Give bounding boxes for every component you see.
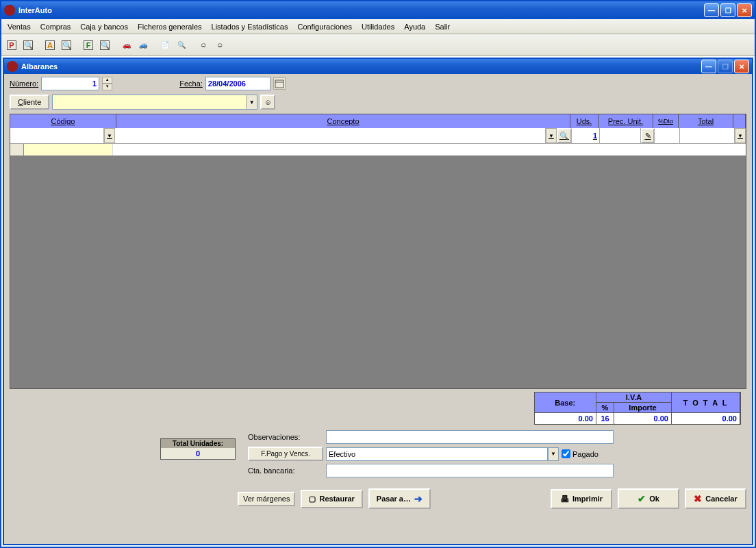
header-punit[interactable]: Prec. Unit. (598, 114, 653, 128)
tool-a-search-icon[interactable]: 🔍 (59, 38, 74, 53)
cross-icon: ✖ (694, 493, 702, 504)
tool-car-icon[interactable]: 🚗 (119, 38, 134, 53)
tool-car2-icon[interactable]: 🚙 (136, 38, 151, 53)
concepto-lookup-button[interactable]: 🔍 (557, 128, 572, 143)
pagado-checkbox[interactable] (562, 449, 570, 458)
input-total[interactable] (680, 128, 734, 143)
totals-base-label: Base: (535, 393, 596, 413)
input-punit[interactable] (600, 128, 640, 143)
fecha-input[interactable] (205, 77, 270, 90)
fecha-label: Fecha: (179, 79, 203, 88)
concepto-dropdown-icon[interactable]: ▼ (546, 128, 557, 143)
cta-input[interactable] (326, 464, 614, 477)
cell-codigo[interactable] (24, 144, 113, 155)
tool-p-icon[interactable]: P (4, 38, 19, 53)
numero-input[interactable] (41, 77, 99, 90)
header-total[interactable]: Total (679, 114, 733, 128)
pagado-label: Pagado (572, 450, 598, 458)
cliente-row: Cliente ▼ ☺ (4, 93, 752, 114)
tool-doc-search-icon[interactable]: 🔍 (174, 38, 189, 53)
input-codigo[interactable] (10, 128, 103, 143)
pasar-button[interactable]: Pasar a… ➔ (368, 488, 431, 509)
total-units-label: Total Unidades: (161, 439, 235, 448)
menu-compras[interactable]: Compras (36, 21, 76, 33)
header-concepto[interactable]: Concepto (116, 114, 570, 128)
codigo-dropdown-icon[interactable]: ▼ (104, 128, 115, 143)
grid-input-row: ▼ ▼ 🔍 ✎ ▼ (10, 128, 746, 143)
ok-label: Ok (649, 495, 659, 503)
numero-label: Número: (10, 79, 38, 88)
printer-icon: 🖶 (560, 494, 569, 504)
input-uds[interactable] (572, 128, 599, 143)
menu-salir[interactable]: Salir (430, 21, 455, 33)
tool-face2-icon[interactable]: ☺ (212, 38, 227, 53)
header-dto[interactable]: %Dto (653, 114, 679, 128)
tool-f-icon[interactable]: F (81, 38, 96, 53)
menu-listados[interactable]: Listados y Estadísticas (207, 21, 293, 33)
header-uds[interactable]: Uds. (570, 114, 598, 128)
cliente-input[interactable] (53, 95, 246, 109)
row-dropdown-icon[interactable]: ▼ (735, 128, 746, 143)
child-minimize-button[interactable]: — (701, 60, 716, 73)
ver-margenes-label: Ver márgenes (243, 495, 290, 503)
spin-down-icon[interactable]: ▼ (102, 84, 112, 90)
tool-doc-icon[interactable]: 📄 (158, 38, 173, 53)
restaurar-button[interactable]: ▢ Restaurar (301, 490, 362, 508)
menu-ventas[interactable]: Ventas (3, 21, 36, 33)
cliente-dropdown-icon[interactable]: ▼ (246, 95, 257, 109)
total-units-value: 0 (161, 448, 235, 459)
child-maximize-button: ❐ (718, 60, 733, 73)
check-icon: ✔ (638, 493, 646, 504)
menu-utilidades[interactable]: Utilidades (357, 21, 399, 33)
fpago-button[interactable]: F.Pago y Vencs. (248, 447, 323, 461)
imprimir-button[interactable]: 🖶 Imprimir (551, 489, 612, 509)
menu-config[interactable]: Configuraciones (292, 21, 357, 33)
row-handle[interactable] (10, 144, 24, 155)
header-codigo[interactable]: Código (10, 114, 116, 128)
input-concepto[interactable] (115, 128, 545, 143)
child-close-button[interactable]: ✕ (734, 60, 749, 73)
ok-button[interactable]: ✔ Ok (618, 488, 679, 509)
tool-face1-icon[interactable]: ☺ (196, 38, 211, 53)
cliente-button[interactable]: Cliente (10, 95, 49, 110)
imprimir-label: Imprimir (572, 495, 603, 503)
ver-margenes-button[interactable]: Ver márgenes (238, 492, 295, 506)
tool-p-search-icon[interactable]: 🔍 (21, 38, 36, 53)
observ-input[interactable] (326, 430, 614, 444)
maximize-button[interactable]: ❐ (720, 3, 735, 17)
menu-ficheros[interactable]: Ficheros generales (133, 21, 207, 33)
toolbar: P 🔍 A 🔍 F 🔍 🚗 🚙 📄 🔍 ☺ ☺ (1, 34, 755, 56)
fpago-input[interactable] (326, 447, 548, 461)
menu-caja[interactable]: Caja y bancos (75, 21, 133, 33)
tool-a-icon[interactable]: A (42, 38, 58, 53)
close-button[interactable]: ✕ (737, 3, 752, 17)
totals-base-value: 0.00 (535, 413, 596, 425)
grid-data-row[interactable] (10, 143, 746, 155)
main-titlebar: InterAuto — ❐ ✕ (1, 1, 755, 19)
cliente-lookup-button[interactable]: ☺ (260, 95, 275, 110)
cell-rest[interactable] (113, 144, 746, 155)
app-title: InterAuto (18, 6, 52, 14)
numero-spinner[interactable]: ▲ ▼ (102, 77, 112, 90)
calendar-button[interactable] (273, 77, 286, 90)
tool-f-search-icon[interactable]: 🔍 (97, 38, 112, 53)
grid-body-empty (10, 155, 746, 388)
pasar-label: Pasar a… (377, 495, 411, 503)
child-title: Albaranes (21, 62, 58, 71)
input-dto[interactable] (655, 128, 679, 143)
totals-box: Base: I.V.A T O T A L % Importe 0.00 16 … (534, 392, 742, 425)
punit-edit-button[interactable]: ✎ (641, 128, 655, 143)
spin-up-icon[interactable]: ▲ (102, 77, 112, 84)
menu-ayuda[interactable]: Ayuda (399, 21, 430, 33)
cliente-combo[interactable]: ▼ (52, 95, 257, 110)
fpago-dropdown-icon[interactable]: ▼ (548, 447, 559, 461)
cancelar-button[interactable]: ✖ Cancelar (685, 488, 746, 509)
totals-pct-label: % (596, 403, 614, 413)
child-titlebar: Albaranes — ❐ ✕ (4, 59, 752, 74)
restore-icon: ▢ (309, 495, 316, 503)
restaurar-label: Restaurar (319, 495, 354, 503)
grid-header: Código Concepto Uds. Prec. Unit. %Dto To… (10, 114, 746, 128)
totals-importe-value: 0.00 (614, 413, 672, 425)
minimize-button[interactable]: — (704, 3, 719, 17)
pagado-check-wrap[interactable]: Pagado (562, 449, 598, 458)
